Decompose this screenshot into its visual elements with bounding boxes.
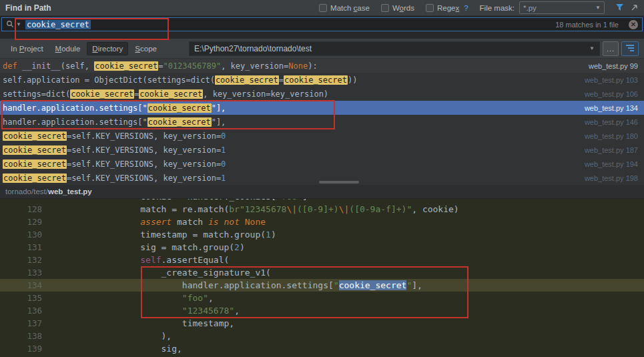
checkbox-match-case[interactable]: Match case [319,4,370,12]
checkbox-label: Words [392,4,414,12]
result-row-line-106[interactable]: settings=dict(cookie_secret=cookie_secre… [0,87,644,101]
code-segment: None [288,61,308,71]
breadcrumb-directory[interactable]: tornado/test/ [5,188,48,196]
result-row-line-146[interactable]: handler.application.settings["cookie_sec… [0,115,644,129]
code-segment [57,293,182,303]
result-row-line-194[interactable]: cookie_secret=self.KEY_VERSIONS, key_ver… [0,157,644,171]
code-segment: ) [271,230,276,240]
directory-path-combo[interactable]: E:\Python27\tornado\tornado\test ▼ [189,41,600,56]
scope-tab-directory[interactable]: Directory [87,42,128,55]
code-segment: match = re.match( [57,204,229,214]
code-segment: )) [348,75,357,85]
editor-line-135[interactable]: 135 "foo", [0,292,644,304]
editor-preview[interactable]: cookie = handler._cookies["foo"] 128 mat… [0,199,644,357]
editor-line-130[interactable]: 130 timestamp = match.group(1) [0,228,644,241]
result-file-location: web_test.py 146 [579,118,644,126]
chevron-down-icon[interactable]: ▼ [589,45,595,51]
code-segment: (self, [61,61,95,71]
line-number: 137 [0,317,57,330]
code-segment: = [279,75,284,85]
code-segment: 0 [221,159,226,169]
code-segment: 1 [221,173,226,183]
checkbox-box[interactable] [426,4,434,12]
code-segment: cookie_secret [3,131,67,141]
editor-line-137[interactable]: 137 timestamp, [0,317,644,330]
scope-bar: In ProjectModuleDirectoryScope E:\Python… [0,39,644,59]
code-segment: sig = match.group( [57,242,234,252]
line-number: 133 [0,266,57,279]
code-segment: sig, [57,344,182,354]
result-row-line-180[interactable]: cookie_secret=self.KEY_VERSIONS, key_ver… [0,129,644,143]
code-text: sig, [57,342,182,355]
breadcrumb-file[interactable]: web_test.py [48,188,92,196]
recursive-toggle-button[interactable] [621,41,639,56]
find-in-path-window: Find in Path Match caseWordsRegex? File … [0,0,644,357]
code-segment: None [245,217,266,227]
search-input[interactable]: ▼ cookie_secret 18 matches in 1 file ✕ [1,17,643,31]
result-file-location: web_test.py 99 [583,62,644,70]
code-segment: cookie_secret [3,173,67,183]
result-row-line-187[interactable]: cookie_secret=self.KEY_VERSIONS, key_ver… [0,143,644,157]
result-file-location: web_test.py 103 [579,76,644,84]
checkbox-box[interactable] [319,4,327,12]
editor-line-133[interactable]: 133 _create_signature_v1( [0,266,644,279]
result-code: cookie_secret=self.KEY_VERSIONS, key_ver… [3,145,579,155]
result-row-line-103[interactable]: self.application = ObjectDict(settings=d… [0,73,644,87]
editor-lines: 128 match = re.match(br"12345678\|([0-9]… [0,203,644,355]
recursive-search-icon [625,44,635,53]
file-mask-combo[interactable]: *.py ▼ [519,1,605,14]
code-segment: handler.application.settings[" [3,103,147,113]
file-mask-label: File mask: [480,4,515,12]
checkbox-box[interactable] [381,4,389,12]
result-file-location: web_test.py 194 [579,160,644,168]
editor-line-138[interactable]: 138 ), [0,330,644,342]
editor-line-131[interactable]: 131 sig = match.group(2) [0,241,644,254]
result-row-line-99[interactable]: def __init__(self, cookie_secret="012345… [0,59,644,73]
scope-tab-in-project[interactable]: In Project [5,42,49,55]
code-segment: , [234,306,240,316]
code-text: "12345678", [57,304,240,317]
checkbox-words[interactable]: Words [381,4,414,12]
results-list: def __init__(self, cookie_secret="012345… [0,59,644,185]
result-row-line-134[interactable]: handler.application.settings["cookie_sec… [0,101,644,115]
result-code: cookie_secret=self.KEY_VERSIONS, key_ver… [3,159,579,169]
chevron-down-icon[interactable]: ▼ [595,5,601,11]
result-code: handler.application.settings["cookie_sec… [3,103,579,113]
result-file-location: web_test.py 106 [579,90,644,98]
scope-tab-scope[interactable]: Scope [129,42,162,55]
result-code: handler.application.settings["cookie_sec… [3,117,579,127]
code-segment: ([0-9a-f]+)" [349,204,412,214]
open-in-window-pin-icon[interactable] [631,2,639,14]
checkbox-regex[interactable]: Regex? [426,4,468,12]
filter-icon[interactable] [615,2,624,14]
editor-line-129[interactable]: 129 assert match is not None [0,216,644,228]
browse-directory-button[interactable]: ... [603,41,619,56]
editor-line-128[interactable]: 128 match = re.match(br"12345678\|([0-9]… [0,203,644,216]
code-segment: "], [212,103,226,113]
scope-tabs: In ProjectModuleDirectoryScope [5,42,162,55]
editor-line-139[interactable]: 139 sig, [0,342,644,355]
code-segment: "foo" [276,199,302,202]
search-icon[interactable] [6,19,14,31]
code-segment: handler.application.settings[" [3,117,147,127]
code-text: timestamp = match.group(1) [57,228,276,241]
code-segment: =self.KEY_VERSIONS, key_version= [67,145,221,155]
dialog-header: Find in Path Match caseWordsRegex? File … [0,0,644,16]
editor-line-132[interactable]: 132 self.assertEqual( [0,254,644,266]
result-file-location: web_test.py 187 [579,146,644,154]
editor-line-134[interactable]: 134 handler.application.settings["cookie… [0,279,644,292]
close-icon[interactable]: ✕ [629,20,638,29]
code-segment: 2 [234,242,240,252]
match-count-label: 18 matches in 1 file [555,21,619,29]
search-history-chevron-icon[interactable]: ▼ [16,21,21,27]
help-icon[interactable]: ? [464,4,468,12]
code-segment: ] [302,199,308,202]
results-horizontal-scrollbar[interactable] [319,181,359,184]
editor-line-136[interactable]: 136 "12345678", [0,304,644,317]
code-segment [57,306,182,316]
line-number: 139 [0,342,57,355]
scope-tab-module[interactable]: Module [50,42,86,55]
code-segment: "12345678" [182,306,234,316]
checkbox-label: Regex [437,4,459,12]
code-text: sig = match.group(2) [57,241,245,254]
